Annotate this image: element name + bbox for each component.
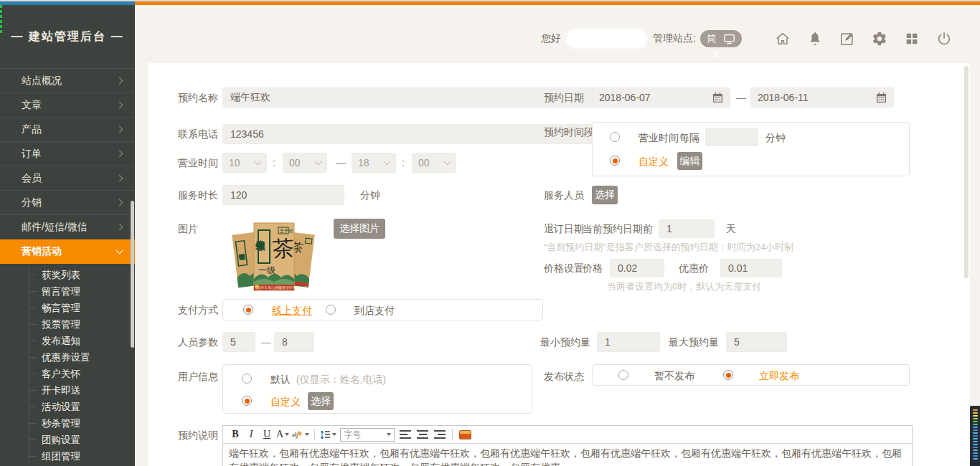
edge-dock-widget[interactable] [970, 406, 980, 466]
max-booking-input[interactable] [726, 332, 787, 352]
sidebar-subitem-2[interactable]: 畅言管理 [29, 300, 135, 316]
publish-now-radio[interactable] [723, 370, 733, 380]
sidebar-item-1[interactable]: 文章 [0, 93, 135, 118]
staff-select-button[interactable]: 选择 [592, 186, 618, 204]
align-right-button[interactable] [434, 430, 446, 439]
publish-later-option[interactable]: 暂不发布 [654, 370, 694, 381]
publish-now-option[interactable]: 立即发布 [759, 370, 799, 381]
userinfo-custom-radio[interactable] [242, 396, 252, 406]
refund-days-input[interactable] [659, 219, 715, 238]
sidebar-subitem-label: 畅言管理 [42, 302, 80, 315]
publish-later-radio[interactable] [618, 370, 628, 380]
slot-custom-radio[interactable] [610, 156, 620, 166]
userinfo-default-option[interactable]: 默认 [270, 374, 291, 385]
sidebar-subitem-9[interactable]: 秒杀管理 [29, 415, 135, 432]
max-booking-label: 最大预约量 [669, 332, 719, 352]
people-max-input[interactable] [274, 332, 314, 352]
sidebar-item-2[interactable]: 产品 [0, 118, 135, 142]
sidebar-item-6[interactable]: 邮件/短信/微信 [0, 215, 135, 239]
greeting-text: 您好 [541, 32, 561, 45]
chevron-down-icon [285, 433, 289, 436]
sidebar-subitem-6[interactable]: 客户关怀 [29, 366, 135, 382]
dock-color-dash [973, 438, 978, 439]
sidebar-subitem-label: 团购设置 [42, 434, 80, 447]
sidebar-subitem-7[interactable]: 开卡即送 [29, 382, 135, 399]
compose-icon[interactable] [839, 30, 856, 47]
min-booking-input[interactable] [597, 332, 660, 352]
font-size-select[interactable]: 字号 [340, 428, 395, 442]
duration-unit: 分钟 [360, 185, 380, 205]
editor-content[interactable]: 端午狂欢，包厢有优惠端午狂欢，包厢有优惠端午狂欢，包厢有优惠端午狂欢，包厢有优惠… [223, 444, 912, 466]
userinfo-default-radio[interactable] [242, 374, 252, 384]
choose-image-button[interactable]: 选择图片 [334, 219, 385, 239]
price-input[interactable] [610, 259, 664, 277]
home-icon[interactable] [774, 30, 791, 47]
pay-instore-radio[interactable] [326, 305, 336, 315]
sidebar-scrollbar-thumb[interactable] [131, 201, 134, 348]
sidebar-subitem-10[interactable]: 团购设置 [29, 432, 135, 448]
hours-start-min-select[interactable]: 00 [283, 153, 327, 173]
highlight-button[interactable]: ab [292, 428, 309, 442]
sidebar-item-7[interactable]: 营销活动 [0, 239, 135, 264]
date-from-value: 2018-06-07 [599, 92, 651, 103]
line-height-button[interactable] [320, 428, 336, 442]
hours-end-min-select[interactable]: 00 [412, 153, 456, 173]
product-image[interactable]: 碧螺 茶 王子冠碧螺春茶一级苏州市东山碧螺春茶叶有限公司 [228, 219, 319, 293]
svg-text:王子冠: 王子冠 [279, 228, 293, 234]
date-range-separator: — [736, 87, 746, 108]
toolbar-separator [452, 429, 453, 440]
slot-business-hours-radio[interactable] [610, 132, 620, 142]
underline-button[interactable]: U [260, 428, 273, 442]
date-from-input[interactable]: 2018-06-07 [592, 87, 730, 108]
power-icon[interactable] [936, 30, 953, 47]
align-left-button[interactable] [400, 430, 411, 439]
sidebar-subitem-5[interactable]: 优惠券设置 [29, 349, 135, 366]
sidebar-item-4[interactable]: 会员 [0, 166, 135, 191]
selection-dashes-decoration [0, 5, 2, 34]
pay-instore-option[interactable]: 到店支付 [354, 305, 395, 316]
chevron-down-icon [116, 247, 123, 254]
bell-icon[interactable] [806, 30, 824, 47]
bold-button[interactable]: B [229, 428, 242, 442]
slot-custom-option[interactable]: 自定义 [639, 156, 669, 167]
italic-button[interactable]: I [245, 428, 258, 442]
topbar: 您好 管理站点: 简 体 [135, 5, 980, 63]
slot-edit-button[interactable]: 编辑 [677, 152, 702, 170]
sidebar-subitem-label: 获奖列表 [42, 269, 80, 282]
userinfo-choose-button[interactable]: 选择 [308, 392, 334, 410]
slot-business-hours-option[interactable]: 营业时间 [639, 132, 679, 143]
date-to-input[interactable]: 2018-06-11 [750, 87, 894, 108]
people-min-input[interactable] [222, 332, 255, 352]
discount-price-input[interactable] [720, 259, 782, 277]
align-center-button[interactable] [417, 430, 428, 439]
sidebar-subitem-8[interactable]: 活动设置 [29, 399, 135, 415]
sidebar-subitem-11[interactable]: 组团管理 [29, 448, 135, 465]
sidebar-subitem-label: 留言管理 [42, 285, 80, 298]
sidebar-subitem-3[interactable]: 投票管理 [29, 316, 135, 333]
pay-online-radio[interactable] [243, 305, 253, 315]
hours-start-hour-select[interactable]: 10 [222, 153, 267, 173]
sidebar-item-0[interactable]: 站点概况 [0, 69, 135, 93]
language-badge[interactable]: 简 [700, 30, 742, 47]
apps-icon[interactable] [903, 30, 920, 47]
sidebar-item-3[interactable]: 订单 [0, 142, 135, 166]
svg-text:一级: 一级 [258, 265, 275, 275]
pay-online-option[interactable]: 线上支付 [272, 305, 312, 316]
sidebar-subitem-0[interactable]: 获奖列表 [29, 267, 135, 283]
gear-icon[interactable] [871, 30, 888, 47]
duration-input[interactable] [222, 185, 344, 205]
sidebar-subitem-1[interactable]: 留言管理 [29, 283, 135, 300]
font-color-button[interactable]: A [276, 428, 289, 442]
sidebar-item-5[interactable]: 分销 [0, 191, 135, 215]
slot-interval-input[interactable] [705, 128, 758, 146]
chevron-right-icon [116, 77, 123, 85]
min-booking-label: 最小预约量 [540, 332, 590, 352]
pay-options-box: 线上支付 到店支付 [222, 299, 543, 320]
insert-image-button[interactable] [459, 430, 471, 439]
panel-scrollbar-thumb[interactable] [964, 66, 969, 278]
hours-end-hour-select[interactable]: 18 [352, 153, 396, 173]
userinfo-custom-option[interactable]: 自定义 [270, 396, 301, 407]
sidebar-subitem-4[interactable]: 发布通知 [29, 333, 135, 349]
sidebar-subitem-label: 优惠券设置 [42, 351, 90, 364]
rich-text-editor: B I U A ab 字号 端午狂欢，包厢有优惠端午狂欢，包厢有优惠端午狂欢，包… [222, 425, 913, 466]
